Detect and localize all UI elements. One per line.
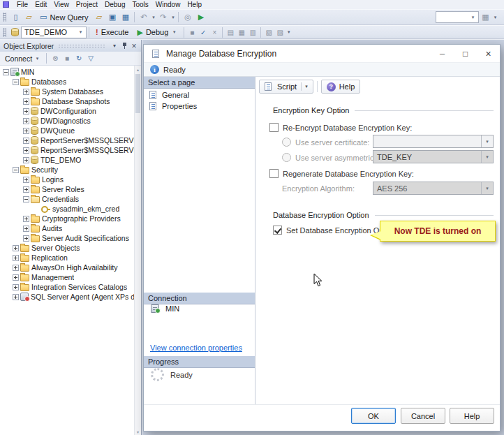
menu-edit[interactable]: Edit — [31, 1, 50, 8]
checkbox-unchecked-icon[interactable] — [269, 123, 279, 132]
tree-item-security[interactable]: Security — [0, 165, 134, 175]
tree-item-reportserver-2[interactable]: ReportServer$MSSQLSERVER — [0, 145, 134, 155]
collapse-icon[interactable] — [13, 167, 19, 173]
re-encrypt-checkbox[interactable]: Re-Encrypt Database Encryption Key: — [269, 123, 412, 132]
help-button[interactable]: Help — [450, 408, 494, 424]
scroll-thumb[interactable] — [135, 74, 140, 113]
properties-window-icon[interactable]: ▦ — [479, 11, 492, 24]
expand-icon[interactable] — [23, 226, 29, 232]
tree-item-alwayson-high-availability[interactable]: AlwaysOn High Availability — [0, 263, 134, 272]
chevron-down-icon[interactable] — [481, 182, 493, 194]
menu-debug[interactable]: Debug — [101, 1, 128, 8]
expand-icon[interactable] — [23, 108, 29, 115]
disconnect-icon[interactable]: ⊗ — [50, 53, 61, 64]
stop-icon[interactable]: ■ — [61, 53, 73, 64]
refresh-icon[interactable]: ↻ — [73, 53, 84, 64]
regenerate-checkbox[interactable]: Regenerate Database Encryption Key: — [269, 169, 414, 178]
close-button[interactable] — [477, 45, 500, 62]
maximize-button[interactable] — [454, 45, 477, 62]
toolbar-grip[interactable] — [3, 13, 6, 22]
collapse-icon[interactable] — [3, 69, 9, 75]
tree-item-server-audit-specifications[interactable]: Server Audit Specifications — [0, 233, 134, 243]
open-file-icon[interactable]: ▱ — [22, 11, 36, 24]
redo-dropdown-icon[interactable]: ▾ — [170, 15, 176, 20]
expand-icon[interactable] — [23, 235, 29, 242]
set-database-encryption-on-checkbox[interactable]: Set Database Encryption On — [273, 226, 383, 235]
tree-item-replication[interactable]: Replication — [0, 253, 134, 263]
undo-icon[interactable]: ↶ — [137, 11, 150, 24]
new-file-icon[interactable]: ▯ — [9, 11, 22, 24]
window-position-icon[interactable]: ▾ — [110, 41, 119, 50]
actual-plan-icon[interactable]: ▨ — [274, 27, 286, 38]
radio-unselected-icon[interactable] — [282, 153, 291, 162]
page-properties[interactable]: Properties — [144, 101, 255, 111]
checkbox-checked-icon[interactable] — [273, 226, 282, 235]
expand-icon[interactable] — [13, 245, 19, 251]
expand-icon[interactable] — [23, 157, 29, 163]
results-grid-icon[interactable]: ▦ — [236, 27, 247, 38]
tree-item-dwdiagnostics[interactable]: DWDiagnostics — [0, 116, 134, 126]
pin-icon[interactable] — [119, 41, 129, 50]
toolbar-combobox[interactable]: ▾ — [436, 11, 479, 23]
save-all-icon[interactable]: ▦ — [119, 11, 132, 24]
expand-icon[interactable] — [13, 294, 19, 300]
server-certificate-select[interactable] — [373, 135, 494, 148]
expand-icon[interactable] — [13, 265, 19, 271]
object-explorer-titlebar[interactable]: Object Explorer ▾ — [0, 40, 141, 52]
expand-icon[interactable] — [23, 138, 29, 144]
tree-item-cryptographic-providers[interactable]: Cryptographic Providers — [0, 214, 134, 223]
expand-icon[interactable] — [23, 216, 29, 222]
chevron-down-icon[interactable]: ▾ — [468, 12, 478, 22]
tree-item-system-databases[interactable]: System Databases — [0, 87, 134, 96]
radio-unselected-icon[interactable] — [282, 138, 291, 147]
cancel-query-icon[interactable]: × — [209, 27, 220, 38]
chevron-down-icon[interactable]: ▾ — [171, 29, 177, 35]
new-query-button[interactable]: ▭ New Query — [36, 11, 92, 24]
menu-project[interactable]: Project — [73, 1, 101, 8]
tree-item-management[interactable]: Management — [0, 272, 134, 282]
expand-icon[interactable] — [23, 177, 29, 183]
redo-icon[interactable]: ↷ — [156, 11, 170, 24]
results-file-icon[interactable]: ▥ — [247, 27, 258, 38]
execute-button[interactable]: ! Execute — [91, 26, 133, 38]
toolbar-overflow-icon[interactable]: ▾ — [286, 29, 292, 35]
stop-icon[interactable]: ■ — [186, 27, 198, 38]
parse-icon[interactable]: ✓ — [198, 27, 209, 38]
save-icon[interactable]: ▣ — [105, 11, 119, 24]
tree-item-sysadmin-ekm-cred[interactable]: sysadmin_ekm_cred — [0, 204, 134, 214]
cancel-button[interactable]: Cancel — [401, 408, 445, 424]
expand-icon[interactable] — [23, 128, 29, 134]
undo-dropdown-icon[interactable]: ▾ — [150, 15, 156, 20]
tree-item-dwconfiguration[interactable]: DWConfiguration — [0, 106, 134, 116]
tree-item-min[interactable]: MIN — [0, 67, 134, 77]
toolbar-grip[interactable] — [3, 28, 6, 37]
available-databases-combobox[interactable]: TDE_DEMO ▾ — [21, 27, 87, 38]
collapse-icon[interactable] — [13, 79, 19, 85]
expand-icon[interactable] — [23, 118, 29, 124]
chevron-down-icon[interactable] — [481, 151, 493, 163]
open-query-icon[interactable]: ▱ — [92, 11, 105, 24]
tree-item-audits[interactable]: Audits — [0, 223, 134, 233]
view-connection-properties-link[interactable]: View connection properties — [150, 344, 242, 352]
menu-view[interactable]: View — [50, 1, 73, 8]
connect-button[interactable]: Connect ▾ — [2, 54, 43, 64]
use-server-certificate-radio[interactable]: Use server certificate: — [282, 138, 369, 147]
debug-button[interactable]: ▶ Debug ▾ — [133, 26, 181, 38]
menu-file[interactable]: File — [13, 1, 31, 8]
encryption-algorithm-select[interactable]: AES 256 — [373, 182, 494, 195]
activity-monitor-icon[interactable]: ◎ — [181, 11, 194, 24]
script-button[interactable]: Script ▾ — [259, 80, 313, 94]
help-toolbar-button[interactable]: Help — [321, 80, 361, 94]
checkbox-unchecked-icon[interactable] — [269, 169, 279, 178]
asymmetric-key-select[interactable]: TDE_KEY — [373, 150, 494, 163]
close-icon[interactable] — [129, 41, 139, 50]
expand-icon[interactable] — [23, 186, 29, 193]
chevron-down-icon[interactable]: ▾ — [75, 27, 86, 38]
tree-item-server-objects[interactable]: Server Objects — [0, 243, 134, 253]
scroll-up-icon[interactable] — [135, 66, 141, 73]
expand-icon[interactable] — [13, 274, 19, 281]
chevron-down-icon[interactable] — [481, 135, 493, 147]
tree-item-integration-services-catalogs[interactable]: Integration Services Catalogs — [0, 282, 134, 292]
menu-window[interactable]: Window — [152, 1, 184, 8]
expand-icon[interactable] — [23, 89, 29, 95]
